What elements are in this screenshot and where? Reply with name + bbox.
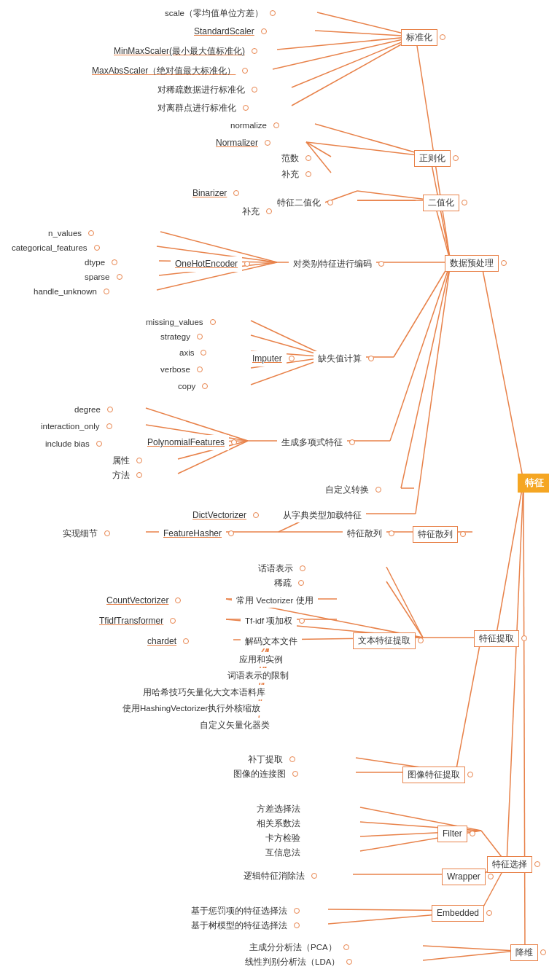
include-bias-dot [96, 441, 102, 447]
missing-values-node: missing_values [141, 315, 216, 329]
embedded-label: Embedded [432, 905, 484, 922]
data-preprocess-node: 数据预处理 [445, 255, 507, 272]
image-connect-dot [292, 771, 298, 777]
sparse-standard-dot [252, 87, 257, 93]
custom-vectorizer-label: 自定义矢量化器类 [195, 718, 274, 732]
count-vectorizer-node: CountVectorizer [102, 593, 181, 608]
outlier-standard-node: 对离群点进行标准化 [153, 101, 249, 115]
feature-hash-label2-text: 特征散列 [413, 526, 458, 543]
fangcha-label: 方差选择法 [252, 801, 305, 816]
xishu-label: 稀疏 [270, 576, 296, 590]
penalty-select-dot [294, 908, 300, 914]
changyong-vectorizer-node: 常用 Vectorizer 使用 [232, 593, 318, 608]
binarize-label: 二值化 [423, 195, 459, 211]
patch-extract-label: 补丁提取 [244, 752, 287, 767]
copy-node: copy [174, 379, 208, 393]
dtype-node: dtype [80, 255, 117, 270]
bu-chong2-label: 补充 [238, 204, 264, 219]
normalize-category-dot [453, 155, 459, 161]
imputer-label: Imputer [248, 351, 287, 366]
normalizer-dot [265, 140, 270, 146]
image-connect-node: 图像的连接图 [229, 767, 298, 781]
feature-hash-label-text: 特征散列 [343, 526, 386, 541]
polynomial-dot [231, 439, 237, 445]
svg-line-3 [523, 481, 525, 951]
fan-shu-node: 范数 [277, 151, 311, 165]
dict-vectorizer-label: DictVectorizer [188, 508, 251, 523]
apply-example-node: 应用和实例 [235, 652, 287, 667]
feature-select-dot [534, 861, 540, 867]
huayu-biaoши-label: 话语表示 [254, 561, 297, 576]
normalize-category-label: 正则化 [414, 150, 451, 167]
filter-label: Filter [437, 826, 467, 842]
svg-line-16 [292, 36, 416, 106]
root-node: 特征 [518, 474, 549, 493]
verbose-dot [197, 366, 203, 372]
dict-label-node: 从字典类型加载特征 [279, 508, 366, 522]
filter-node: Filter [437, 826, 475, 842]
axis-node: axis [175, 345, 206, 360]
fangcha-node: 方差选择法 [252, 801, 305, 816]
tree-select-label: 基于树模型的特征选择法 [187, 918, 292, 933]
verbose-node: verbose [156, 362, 203, 377]
interaction-only-dot [106, 423, 112, 429]
imputer-label-text: 缺失值计算 [314, 351, 366, 366]
chi-square-label: 卡方检验 [261, 831, 305, 845]
include-bias-node: include bias [41, 436, 102, 451]
svg-line-52 [386, 567, 423, 638]
wrapper-dot [488, 874, 494, 879]
binarizer-label: Binarizer [188, 186, 231, 201]
patch-extract-dot [289, 756, 295, 762]
strategy-label: strategy [156, 329, 195, 344]
mind-map: 特征 数据预处理 特征提取 特征选择 降维 标准化 scale（零均值单位方差）… [0, 0, 549, 980]
bu-chong1-label: 补充 [277, 167, 303, 181]
filter-dot [470, 831, 475, 836]
text-extract-node: 文本特征提取 [353, 632, 424, 649]
shixian-xijie-node: 实现细节 [58, 526, 110, 541]
text-extract-label: 文本特征提取 [353, 632, 416, 649]
svg-line-79 [423, 951, 516, 960]
feature-select-node: 特征选择 [487, 856, 540, 873]
count-vectorizer-dot [175, 597, 181, 603]
handle-unknown-dot [104, 289, 109, 294]
imputer-label-node: 缺失值计算 [314, 351, 374, 366]
decode-text-node: 解码文本文件 [241, 634, 302, 648]
minmax-scaler-label: MinMaxScaler(最小最大值标准化) [109, 44, 249, 59]
tezheng-er-node: 特征二值化 [273, 195, 333, 210]
svg-line-4 [416, 36, 451, 262]
custom-transform-label: 自定义转换 [321, 482, 373, 497]
dtype-label: dtype [80, 255, 109, 270]
feature-hash-dot [389, 530, 394, 536]
text-extract-dot [418, 638, 424, 643]
standard-scaler-label: StandardScaler [190, 24, 259, 39]
tree-select-node: 基于树模型的特征选择法 [187, 918, 300, 933]
normalizer-label: Normalizer [211, 136, 262, 151]
feature-hasher-label: FeatureHasher [159, 526, 226, 541]
reduce-dim-node: 降维 [510, 944, 546, 961]
dict-vectorizer-node: DictVectorizer [188, 508, 259, 523]
feature-extract-label: 特征提取 [474, 630, 519, 647]
svg-line-1 [496, 481, 523, 638]
onehotencoder-dot [244, 261, 250, 267]
custom-transform-dot [375, 487, 381, 493]
svg-line-44 [416, 262, 451, 514]
axis-label: axis [175, 345, 198, 360]
attr-dot [136, 458, 142, 463]
verbose-label: verbose [156, 362, 195, 377]
binarize-dot [462, 200, 467, 205]
tree-select-dot [294, 922, 300, 928]
maxabs-scaler-node: MaxAbsScaler（绝对值最大标准化） [87, 63, 248, 79]
wrapper-label: Wrapper [442, 869, 486, 885]
strategy-node: strategy [156, 329, 203, 344]
svg-line-2 [507, 481, 523, 863]
shixian-xijie-dot [104, 530, 110, 536]
penalty-select-node: 基于惩罚项的特征选择法 [187, 903, 300, 918]
svg-line-9 [390, 262, 451, 441]
xishu-node: 稀疏 [270, 576, 304, 590]
correlation-node: 相关系数法 [252, 816, 305, 831]
custom-transform-node: 自定义转换 [321, 482, 381, 497]
poly-label-text: 生成多项式特征 [277, 435, 347, 450]
encode-label: 对类别特征进行编码 [289, 256, 376, 271]
dict-vectorizer-dot [253, 512, 259, 518]
bu-chong2-dot [266, 208, 272, 214]
